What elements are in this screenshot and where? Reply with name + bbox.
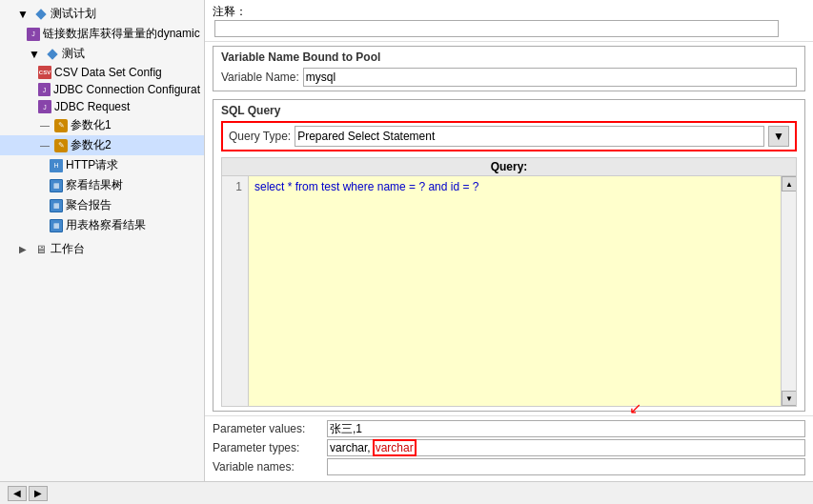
sidebar-item-jdbc-config[interactable]: J JDBC Connection Configurat <box>0 81 204 98</box>
jdbc-config-icon: J <box>38 83 51 96</box>
jdbc-icon: J <box>27 28 40 41</box>
http-icon: H <box>50 159 63 172</box>
query-area: Query: 1 select * from test where name =… <box>221 157 797 407</box>
arrow-indicator: ↙ <box>629 399 641 417</box>
param-types-container: varchar,varchar <box>327 439 805 456</box>
sidebar-item-label: 测试计划 <box>51 6 96 22</box>
sidebar-nav: ◀ ▶ <box>8 486 48 501</box>
sidebar-item-label: HTTP请求 <box>66 157 118 173</box>
sidebar-item-label: 参数化2 <box>71 137 112 153</box>
param-types-part2: varchar <box>373 439 417 456</box>
sql-query-section: SQL Query Query Type: ▼ Query: 1 select … <box>213 99 805 412</box>
sidebar-item-aggregate[interactable]: ▦ 聚合报告 <box>0 195 204 215</box>
comment-label: 注释： <box>213 5 247 18</box>
sidebar: ▼ 测试计划 J 链接数据库获得量量的dynamic ▼ 测试 CSV CSV … <box>0 0 205 481</box>
nav-left-button[interactable]: ◀ <box>8 486 27 501</box>
sidebar-item-label: 用表格察看结果 <box>66 217 146 233</box>
param-values-input[interactable] <box>327 420 805 437</box>
query-text: select * from test where name = ? and id… <box>254 180 478 193</box>
bottom-nav: ◀ ▶ <box>0 481 813 504</box>
param-values-row: Parameter values: <box>213 420 805 437</box>
comment-input[interactable] <box>214 20 779 37</box>
sidebar-item-label: JDBC Request <box>54 100 130 113</box>
nav-right-button[interactable]: ▶ <box>29 486 48 501</box>
query-content: 1 select * from test where name = ? and … <box>222 176 796 406</box>
sidebar-item-table-view[interactable]: ▦ 用表格察看结果 <box>0 215 204 235</box>
csv-icon: CSV <box>38 66 51 79</box>
query-type-label: Query Type: <box>229 130 291 143</box>
param-values-label: Parameter values: <box>213 422 327 435</box>
sidebar-item-test[interactable]: ▼ 测试 <box>0 44 204 64</box>
sidebar-item-param1[interactable]: — ✎ 参数化1 <box>0 115 204 135</box>
content-panel: 注释： Variable Name Bound to Pool Variable… <box>205 0 813 481</box>
query-scrollbar: ▲ ▼ <box>781 176 796 406</box>
sidebar-item-jdbc-request[interactable]: J JDBC Request <box>0 98 204 115</box>
query-text-area[interactable]: select * from test where name = ? and id… <box>249 176 781 406</box>
sidebar-item-label: 测试 <box>62 46 85 62</box>
sidebar-item-http[interactable]: H HTTP请求 <box>0 155 204 175</box>
diamond-icon2 <box>47 49 57 59</box>
param-types-row: Parameter types: varchar,varchar <box>213 439 805 456</box>
line-number-1: 1 <box>228 180 242 193</box>
query-type-row: Query Type: ▼ <box>221 121 797 151</box>
sidebar-item-workbench[interactable]: ▶ 🖥 工作台 <box>0 239 204 259</box>
sidebar-item-test-plan[interactable]: ▼ 测试计划 <box>0 4 204 24</box>
sidebar-item-label: 链接数据库获得量量的dynamic <box>43 26 200 42</box>
comment-section: 注释： <box>205 0 813 42</box>
view-icon: ▦ <box>50 179 63 192</box>
diamond-icon <box>35 9 46 19</box>
workbench-expand-icon: ▶ <box>15 242 30 257</box>
minus-icon2: — <box>38 139 51 152</box>
variable-names-label: Variable names: <box>213 460 327 474</box>
variable-row: Variable Name: <box>221 68 797 87</box>
variable-pool-title: Variable Name Bound to Pool <box>221 50 797 64</box>
variable-name-label: Variable Name: <box>221 71 299 84</box>
workbench-icon: 🖥 <box>34 243 48 256</box>
sidebar-item-label: 参数化1 <box>71 117 112 133</box>
scrollbar-up-button[interactable]: ▲ <box>782 176 796 192</box>
sidebar-item-label: JDBC Connection Configurat <box>53 83 200 96</box>
collapse-icon: ▼ <box>15 7 30 22</box>
scrollbar-track <box>782 192 796 391</box>
param-types-label: Parameter types: <box>213 441 327 454</box>
sql-query-title: SQL Query <box>221 104 797 117</box>
param1-icon: ✎ <box>54 119 68 132</box>
variable-pool-section: Variable Name Bound to Pool Variable Nam… <box>213 46 805 91</box>
variable-names-row: Variable names: <box>213 458 805 475</box>
dropdown-arrow[interactable]: ▼ <box>768 126 789 147</box>
collapse-icon2: ▼ <box>27 47 42 62</box>
query-type-input[interactable] <box>295 126 764 147</box>
minus-icon: — <box>38 119 51 132</box>
param-types-part1: varchar, <box>328 441 373 454</box>
line-numbers: 1 <box>222 176 249 406</box>
aggregate-icon: ▦ <box>50 199 63 212</box>
param2-icon: ✎ <box>54 139 68 152</box>
sidebar-item-link-db[interactable]: J 链接数据库获得量量的dynamic <box>0 24 204 44</box>
sidebar-item-param2[interactable]: — ✎ 参数化2 <box>0 135 204 155</box>
variable-name-input[interactable] <box>303 68 797 87</box>
scrollbar-down-button[interactable]: ▼ <box>782 391 796 406</box>
variable-names-input[interactable] <box>327 458 805 475</box>
sidebar-item-label: 工作台 <box>51 241 85 257</box>
jdbc-req-icon: J <box>38 100 51 113</box>
table-icon: ▦ <box>50 219 63 232</box>
bottom-params: ↙ Parameter values: Parameter types: var… <box>205 415 813 481</box>
sidebar-item-csv[interactable]: CSV CSV Data Set Config <box>0 64 204 81</box>
query-header: Query: <box>222 158 796 176</box>
sidebar-item-label: 察看结果树 <box>66 177 123 193</box>
sidebar-item-label: 聚合报告 <box>66 197 112 213</box>
sidebar-item-view-results[interactable]: ▦ 察看结果树 <box>0 175 204 195</box>
sidebar-item-label: CSV Data Set Config <box>54 66 162 79</box>
